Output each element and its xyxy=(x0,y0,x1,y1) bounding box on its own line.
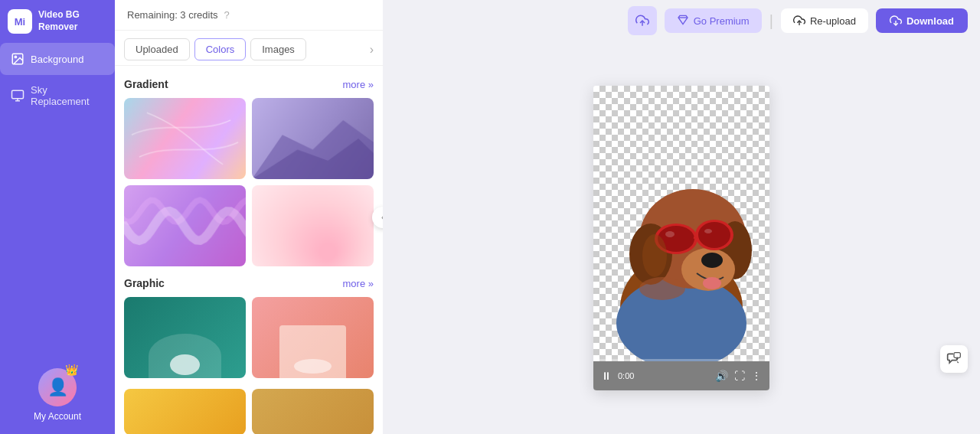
svg-line-18 xyxy=(694,237,695,239)
video-container: ⏸ 0:00 🔊 ⛶ ⋮ xyxy=(593,86,769,390)
graphic-more[interactable]: more » xyxy=(343,278,374,289)
svg-point-13 xyxy=(703,277,721,289)
account-area[interactable]: 👤 👑 My Account xyxy=(0,356,115,434)
sidebar-item-background[interactable]: Background xyxy=(0,43,115,75)
svg-point-19 xyxy=(665,231,675,237)
tab-images[interactable]: Images xyxy=(250,38,306,60)
svg-rect-2 xyxy=(12,90,24,99)
gradient-grid xyxy=(124,98,374,266)
gradient-thumb-4[interactable] xyxy=(252,185,374,266)
graphic-thumb-2[interactable] xyxy=(252,297,374,378)
dog-preview xyxy=(593,86,769,361)
graphic-thumb-4[interactable] xyxy=(252,389,374,434)
progress-bar[interactable] xyxy=(593,359,769,361)
more-options-button[interactable]: ⋮ xyxy=(751,370,762,382)
image-icon xyxy=(11,52,24,66)
feedback-icon xyxy=(946,351,962,367)
preview-area: ⏸ 0:00 🔊 ⛶ ⋮ xyxy=(383,41,980,434)
svg-point-1 xyxy=(15,56,16,57)
sidebar-item-sky-replacement[interactable]: Sky Replacement xyxy=(0,75,115,116)
svg-point-17 xyxy=(698,222,730,248)
nav-items: Background Sky Replacement xyxy=(0,43,115,356)
logo-text: Video BG Remover xyxy=(38,9,107,33)
avatar-icon: 👤 xyxy=(47,377,68,397)
panel: Remaining: 3 credits ? Uploaded Colors I… xyxy=(115,0,383,434)
tab-colors[interactable]: Colors xyxy=(194,38,247,60)
checker-background xyxy=(593,86,769,361)
graphic-grid xyxy=(124,297,374,378)
svg-point-21 xyxy=(642,234,667,277)
gradient-thumb-3[interactable] xyxy=(124,185,246,266)
topbar: Go Premium | Re-upload Download xyxy=(383,0,980,41)
gradient-thumb-1[interactable] xyxy=(124,98,246,179)
sidebar-item-sky-label: Sky Replacement xyxy=(31,84,104,107)
graphic-row-2 xyxy=(124,389,374,434)
sidebar: Mi Video BG Remover Background Sky Repla… xyxy=(0,0,115,434)
svg-point-12 xyxy=(701,253,723,268)
reupload-button[interactable]: Re-upload xyxy=(781,8,868,33)
upload-icon-button[interactable] xyxy=(628,6,657,35)
time-display: 0:00 xyxy=(618,371,709,380)
tabs-arrow-icon[interactable]: › xyxy=(370,43,374,57)
account-label: My Account xyxy=(34,411,81,422)
upload-icon xyxy=(635,14,649,28)
logo-icon: Mi xyxy=(8,9,32,34)
fullscreen-button[interactable]: ⛶ xyxy=(734,370,745,382)
svg-point-22 xyxy=(639,277,685,300)
feedback-button[interactable] xyxy=(940,345,968,373)
credits-text: Remaining: 3 credits xyxy=(127,9,218,21)
play-pause-button[interactable]: ⏸ xyxy=(601,370,612,382)
tabs-row: Uploaded Colors Images › xyxy=(115,31,383,66)
gradient-section-header: Gradient more » xyxy=(124,78,374,90)
graphic-thumb-3[interactable] xyxy=(124,389,246,434)
panel-header: Remaining: 3 credits ? xyxy=(115,0,383,31)
svg-line-23 xyxy=(957,361,959,363)
premium-icon xyxy=(677,15,689,27)
panel-content: Gradient more » Graphic more » xyxy=(115,66,383,434)
tab-uploaded[interactable]: Uploaded xyxy=(124,38,190,60)
graphic-section-header: Graphic more » xyxy=(124,277,374,289)
go-premium-button[interactable]: Go Premium xyxy=(665,8,762,33)
main-area: Go Premium | Re-upload Download xyxy=(383,0,980,434)
gradient-thumb-2[interactable] xyxy=(252,98,374,179)
svg-point-20 xyxy=(704,229,712,233)
gradient-title: Gradient xyxy=(124,78,168,90)
graphic-title: Graphic xyxy=(124,277,165,289)
sky-icon xyxy=(11,89,24,103)
credits-help-icon[interactable]: ? xyxy=(224,9,230,21)
logo-area: Mi Video BG Remover xyxy=(0,0,115,43)
video-controls: ⏸ 0:00 🔊 ⛶ ⋮ xyxy=(593,361,769,390)
volume-button[interactable]: 🔊 xyxy=(715,370,728,382)
download-icon xyxy=(890,15,902,27)
sidebar-item-background-label: Background xyxy=(31,54,83,65)
download-button[interactable]: Download xyxy=(876,8,968,33)
gradient-more[interactable]: more » xyxy=(343,79,374,90)
graphic-thumb-1[interactable] xyxy=(124,297,246,378)
avatar: 👤 👑 xyxy=(38,368,77,406)
video-controls-area: ⏸ 0:00 🔊 ⛶ ⋮ xyxy=(593,361,769,390)
crown-icon: 👑 xyxy=(65,364,78,376)
reupload-icon xyxy=(793,15,805,27)
topbar-divider: | xyxy=(769,12,773,30)
